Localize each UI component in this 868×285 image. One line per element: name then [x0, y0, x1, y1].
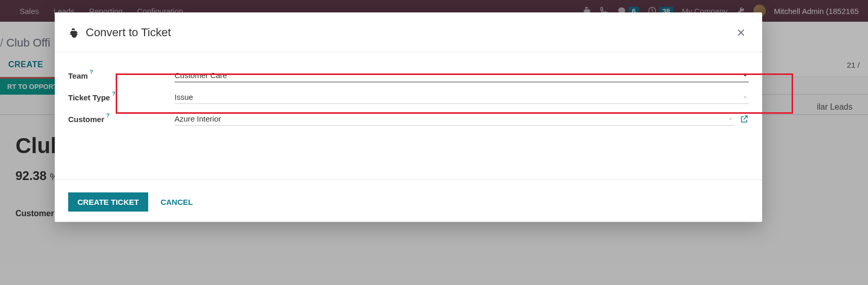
customer-value: Azure Interior: [175, 114, 221, 123]
team-select[interactable]: Customer Care: [175, 69, 749, 82]
help-icon[interactable]: ?: [112, 91, 115, 97]
customer-label: Customer: [68, 115, 104, 124]
customer-select[interactable]: Azure Interior: [175, 112, 734, 126]
team-value: Customer Care: [175, 71, 227, 80]
chevron-down-icon: [727, 115, 734, 123]
help-icon[interactable]: ?: [90, 69, 93, 75]
help-icon[interactable]: ?: [106, 113, 109, 118]
customer-row: Customer ? Azure Interior: [68, 108, 749, 130]
chevron-down-icon: [741, 72, 749, 79]
ticket-type-row: Ticket Type ? Issue: [68, 86, 749, 108]
ticket-type-label: Ticket Type: [68, 93, 110, 102]
ticket-type-select[interactable]: Issue: [175, 91, 749, 104]
bug-icon: [68, 27, 78, 38]
create-ticket-button[interactable]: CREATE TICKET: [68, 192, 148, 212]
dialog-title: Convert to Ticket: [86, 26, 171, 39]
team-label: Team: [68, 71, 88, 80]
cancel-button[interactable]: CANCEL: [161, 198, 193, 206]
close-icon[interactable]: [733, 25, 749, 40]
chevron-down-icon: [741, 94, 749, 101]
team-row: Team ? Customer Care: [68, 65, 749, 86]
convert-to-ticket-dialog: Convert to Ticket Team ? Customer Care T…: [55, 12, 762, 222]
external-link-icon[interactable]: [739, 114, 749, 124]
ticket-type-value: Issue: [175, 93, 193, 101]
